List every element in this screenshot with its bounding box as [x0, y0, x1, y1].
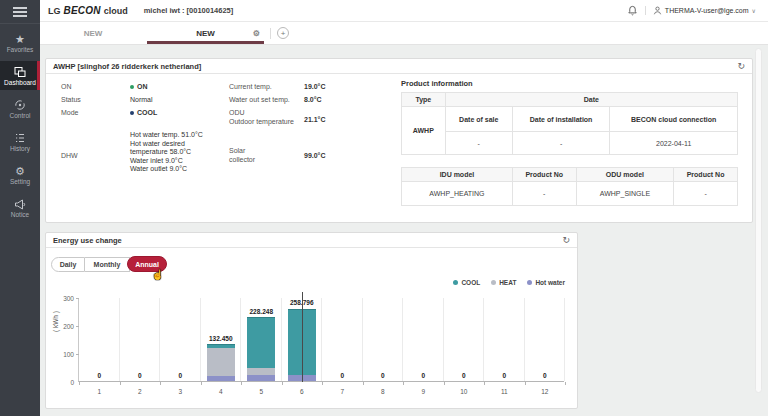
- tab-new-1[interactable]: NEW: [60, 22, 126, 44]
- x-axis-category-label: 10: [454, 388, 474, 395]
- logo-lg: LG: [48, 6, 61, 16]
- dhw-label: DHW: [61, 131, 130, 181]
- dashboard-icon: [14, 66, 26, 78]
- bar-segment-hot-water[interactable]: [247, 375, 275, 381]
- sidebar-item-control[interactable]: Control: [0, 94, 40, 123]
- sidebar-item-label: History: [10, 145, 30, 152]
- mode-status-dot: [130, 111, 134, 115]
- account-menu[interactable]: THERMA-V-user@lge.com ∨: [653, 6, 756, 15]
- sidebar-item-favorites[interactable]: ★ Favorites: [0, 28, 40, 57]
- odu-label: ODU Outdoor temperature: [229, 109, 304, 131]
- x-tick-mark: [201, 382, 202, 385]
- sidebar-item-notice[interactable]: Notice: [0, 193, 40, 222]
- vertical-scrollbar[interactable]: [755, 48, 762, 393]
- idu-model-value: AWHP_HEATING: [402, 182, 513, 206]
- control-icon: [14, 99, 26, 111]
- account-email: THERMA-V-user@lge.com: [665, 7, 749, 14]
- x-tick-mark: [282, 382, 283, 385]
- x-axis-category-label: 7: [332, 388, 352, 395]
- current-temp-label: Current temp.: [229, 83, 304, 96]
- x-axis-category-label: 2: [130, 388, 150, 395]
- annual-button-active[interactable]: Annual ☝: [127, 256, 167, 272]
- annual-label: Annual: [135, 261, 159, 268]
- solar-label: Solar collector: [229, 131, 304, 181]
- legend-item-heat[interactable]: HEAT: [491, 279, 516, 286]
- sidebar-item-label: Dashboard: [4, 79, 36, 86]
- y-tick-mark: [76, 326, 79, 327]
- bar-total-label: 228.248: [239, 308, 283, 315]
- gridline: [321, 298, 322, 381]
- y-tick-mark: [76, 298, 79, 299]
- x-tick-mark: [79, 382, 80, 385]
- mouse-cursor-hand-icon: ☝: [152, 269, 164, 280]
- col-header-odu-model: ODU model: [576, 168, 673, 182]
- gridline: [362, 298, 363, 381]
- bar-zero-label: 0: [494, 372, 514, 379]
- dhw-value: Hot water temp. 51.0°C Hot water desired…: [130, 131, 229, 181]
- sidebar: ★ Favorites Dashboard Control History ⚙ …: [0, 0, 40, 416]
- legend-item-hot-water[interactable]: Hot water: [527, 279, 565, 286]
- tab-settings-gear-icon[interactable]: ⚙: [253, 29, 260, 38]
- x-tick-mark: [363, 382, 364, 385]
- mode-label: Mode: [61, 109, 130, 131]
- energy-use-panel: Energy use change ↻ Daily Monthly Annual…: [45, 232, 578, 409]
- legend-label: HEAT: [499, 279, 516, 286]
- hamburger-menu-button[interactable]: [0, 0, 40, 24]
- gridline: [483, 298, 484, 381]
- becon-connection-value: 2022-04-11: [610, 132, 738, 155]
- energy-panel-header: Energy use change ↻: [46, 233, 577, 248]
- x-tick-mark: [525, 382, 526, 385]
- status-value: Normal: [130, 96, 229, 109]
- tab-separator: [270, 28, 271, 39]
- legend-item-cool[interactable]: COOL: [453, 279, 480, 286]
- col-header-date-of-installation: Date of installation: [512, 107, 609, 132]
- x-tick-mark: [241, 382, 242, 385]
- type-value-cell: AWHP: [402, 107, 446, 155]
- legend-dot: [453, 280, 458, 285]
- refresh-icon[interactable]: ↻: [562, 235, 570, 245]
- bar-segment-hot-water[interactable]: [207, 376, 235, 381]
- hamburger-icon: [13, 5, 27, 19]
- awhp-panel: AWHP [slinghof 26 ridderkerk netherland]…: [45, 58, 753, 223]
- sidebar-item-dashboard[interactable]: Dashboard: [0, 61, 40, 90]
- date-of-installation-value: -: [512, 132, 609, 155]
- sidebar-item-history[interactable]: History: [0, 127, 40, 156]
- daily-button[interactable]: Daily: [51, 257, 85, 272]
- col-header-product-no-1: Product No: [512, 168, 576, 182]
- gear-icon: ⚙: [14, 165, 26, 177]
- refresh-icon[interactable]: ↻: [737, 61, 745, 71]
- legend-dot: [491, 280, 496, 285]
- x-tick-mark: [322, 382, 323, 385]
- notification-bell-icon[interactable]: [627, 5, 638, 16]
- bar-segment-heat[interactable]: [207, 348, 235, 376]
- bar-segment-cool[interactable]: [247, 317, 275, 368]
- y-tick-mark: [76, 354, 79, 355]
- bar-zero-label: 0: [413, 372, 433, 379]
- x-tick-mark: [565, 382, 566, 385]
- y-tick-label: 300: [52, 295, 74, 302]
- product-date-table: Type Date AWHP Date of sale Date of inst…: [401, 92, 738, 155]
- col-header-becon-connection: BECON cloud connection: [610, 107, 738, 132]
- bar-total-label: 132.450: [199, 335, 243, 342]
- user-icon: [653, 6, 662, 15]
- bar-zero-label: 0: [170, 372, 190, 379]
- dashboard-tabbar: NEW NEW ⚙ +: [40, 22, 768, 45]
- col-header-idu-model: IDU model: [402, 168, 513, 182]
- awhp-panel-title: AWHP [slinghof 26 ridderkerk netherland]: [53, 62, 201, 71]
- becon-cloud-logo[interactable]: LG BECON cloud: [48, 5, 128, 16]
- x-axis-category-label: 4: [211, 388, 231, 395]
- add-tab-button[interactable]: +: [277, 27, 289, 39]
- monthly-button[interactable]: Monthly: [85, 257, 130, 272]
- energy-panel-title: Energy use change: [53, 236, 122, 245]
- bar-segment-heat[interactable]: [247, 368, 275, 375]
- bar-segment-cool[interactable]: [207, 344, 235, 348]
- water-out-value: 8.0°C: [304, 96, 396, 109]
- x-axis-category-label: 12: [535, 388, 555, 395]
- gridline: [524, 298, 525, 381]
- history-icon: [14, 132, 26, 144]
- period-segmented-control: Daily Monthly Annual ☝: [51, 256, 167, 272]
- col-header-date: Date: [445, 93, 737, 107]
- topbar-divider: [645, 6, 646, 15]
- sidebar-item-label: Notice: [11, 211, 29, 218]
- sidebar-item-setting[interactable]: ⚙ Setting: [0, 160, 40, 189]
